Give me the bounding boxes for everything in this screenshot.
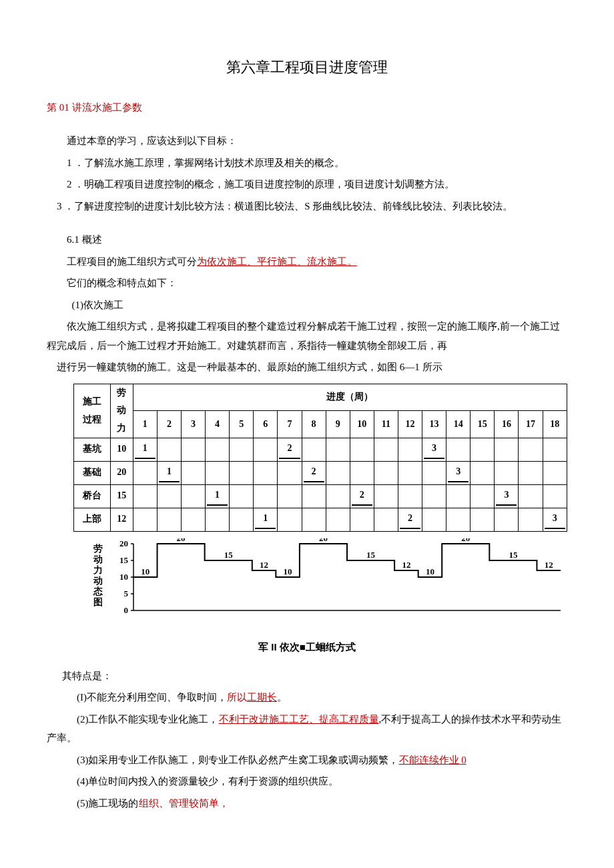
labor-ylabel-char: 态	[93, 586, 103, 596]
gantt-bar: 1	[254, 508, 278, 531]
feature-3: (3)如采用专业工作队施工，则专业工作队必然产生窝工现象或调动频繁，不能连续作业…	[67, 751, 567, 770]
feature-1: (I)不能充分利用空间、争取时间，所以工期长。	[67, 688, 567, 707]
labor-value-label: 10	[141, 566, 149, 576]
labor-value-label: 10	[284, 566, 292, 576]
labor-ylabel-char: 动	[93, 576, 103, 586]
gantt-bar: 2	[278, 438, 302, 461]
concept-line: 它们的概念和特点如下：	[47, 274, 567, 293]
goal-3: 3 ．了解进度控制的进度计划比较方法：横道图比较法、S 形曲线比较法、前锋线比较…	[57, 197, 567, 216]
feature-4: (4)单位时间内投入的资源量较少，有利于资源的组织供应。	[67, 772, 567, 791]
labor-value-label: 15	[366, 550, 376, 560]
gantt-process-name: 桥台	[74, 484, 111, 508]
gantt-week-header: 17	[519, 411, 543, 438]
gantt-week-header: 10	[350, 411, 374, 438]
gantt-week-header: 9	[326, 411, 350, 438]
labor-value-label: 12	[545, 560, 553, 570]
labor-ytick: 15	[119, 555, 129, 565]
gantt-header-labor: 劳动力	[110, 384, 133, 438]
labor-value-label: 12	[260, 560, 268, 570]
gantt-row: 桥台15123	[74, 484, 567, 508]
gantt-week-header: 18	[543, 411, 567, 438]
gantt-week-header: 15	[471, 411, 495, 438]
gantt-week-header: 16	[495, 411, 519, 438]
gantt-header-process: 施工过程	[74, 384, 111, 438]
gantt-bar: 2	[398, 508, 422, 531]
subsection-heading: 6.1 概述	[47, 230, 567, 250]
gantt-labor-value: 10	[110, 438, 133, 461]
labor-ylabel-char: 力	[93, 565, 103, 575]
labor-ytick: 0	[124, 605, 129, 615]
gantt-bar: 1	[206, 484, 230, 508]
gantt-process-name: 基础	[74, 461, 111, 484]
gantt-bar: 3	[543, 508, 567, 531]
figure-caption: 军 II 依次■工蛔纸方式	[47, 638, 567, 657]
feature-2: (2)工作队不能实现专业化施工，不利于改进施工工艺、提高工程质量,不利于提高工人…	[47, 710, 567, 748]
seq-desc-1: 依次施工组织方式，是将拟建工程项目的整个建造过程分解成若干施工过程，按照一定的施…	[47, 317, 567, 355]
gantt-header-progress: 进度（周）	[133, 384, 567, 410]
goal-1: 1 ．了解流水施工原理，掌握网络计划技术原理及相关的概念。	[47, 153, 567, 173]
feature-5: (5)施工现场的组织、管理较简单，	[67, 794, 567, 813]
section-heading: 第 01 讲流水施工参数	[47, 98, 567, 117]
gantt-labor-value: 15	[110, 484, 133, 508]
labor-value-label: 20	[177, 538, 186, 543]
labor-ylabel-char: 动	[93, 554, 103, 564]
gantt-labor-value: 12	[110, 508, 133, 531]
gantt-week-header: 3	[181, 411, 205, 438]
gantt-week-header: 11	[374, 411, 398, 438]
labor-value-label: 15	[509, 550, 518, 560]
gantt-bar: 3	[495, 484, 519, 508]
gantt-week-header: 5	[230, 411, 254, 438]
gantt-row: 上部12123	[74, 508, 567, 531]
gantt-week-header: 4	[206, 411, 230, 438]
labor-value-label: 20	[319, 538, 328, 543]
gantt-process-name: 基坑	[74, 438, 111, 461]
method-line: 工程项目的施工组织方式可分为依次施工、平行施工、流水施工。	[47, 252, 567, 272]
gantt-chart: 施工过程劳动力进度（周）123456789101112131415161718基…	[73, 384, 567, 631]
labor-value-label: 20	[461, 538, 470, 543]
gantt-process-name: 上部	[74, 508, 111, 531]
gantt-week-header: 1	[133, 411, 157, 438]
gantt-bar: 2	[350, 484, 374, 508]
gantt-bar: 1	[133, 438, 157, 461]
labor-ytick: 20	[119, 538, 128, 548]
labor-ylabel-char: 劳	[93, 544, 103, 554]
labor-step-line	[133, 544, 561, 577]
labor-value-label: 15	[224, 550, 234, 560]
gantt-bar: 2	[302, 461, 326, 484]
method-pre: 工程项目的施工组织方式可分	[67, 256, 197, 267]
gantt-week-header: 6	[254, 411, 278, 438]
gantt-week-header: 7	[278, 411, 302, 438]
labor-ytick: 10	[119, 572, 128, 582]
method-types: 为依次施工、平行施工、流水施工。	[197, 256, 357, 267]
seq-label: (1)依次施工	[47, 296, 567, 315]
gantt-bar: 1	[157, 461, 181, 484]
labor-value-label: 10	[426, 566, 434, 576]
gantt-bar: 3	[422, 438, 446, 461]
gantt-labor-value: 20	[110, 461, 133, 484]
gantt-week-header: 8	[302, 411, 326, 438]
seq-desc-2: 进行另一幢建筑物的施工。这是一种最基本的、最原始的施工组织方式，如图 6—1 所…	[57, 358, 567, 377]
gantt-bar: 3	[446, 461, 471, 484]
gantt-row: 基础20123	[74, 461, 567, 484]
labor-value-label: 12	[402, 560, 410, 570]
features-intro: 其特点是：	[62, 667, 568, 686]
gantt-week-header: 14	[446, 411, 471, 438]
gantt-week-header: 12	[398, 411, 422, 438]
page-title: 第六章工程项目进度管理	[47, 53, 567, 81]
gantt-row: 基坑10123	[74, 438, 567, 461]
labor-ylabel-char: 图	[93, 597, 103, 607]
labor-dynamics-chart: 劳动力动态图20151050102015121020151210201512	[73, 538, 567, 632]
gantt-week-header: 13	[422, 411, 446, 438]
goal-2: 2 ．明确工程项目进度控制的概念，施工项目进度控制的原理，项目进度计划调整方法。	[47, 175, 567, 194]
labor-ytick: 5	[124, 588, 129, 598]
gantt-week-header: 2	[157, 411, 181, 438]
intro-text: 通过本章的学习，应该达到以下目标：	[47, 131, 567, 151]
